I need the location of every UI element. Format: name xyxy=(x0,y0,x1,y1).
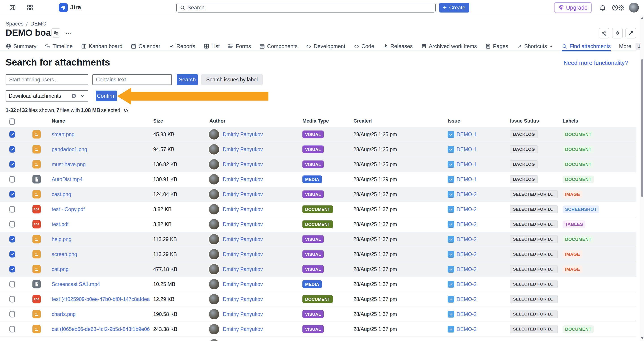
search-button[interactable]: Search xyxy=(177,74,198,85)
row-checkbox[interactable] xyxy=(10,296,15,303)
row-checkbox[interactable] xyxy=(10,191,15,198)
issue-link[interactable]: DEMO-1 xyxy=(456,131,476,137)
notifications-bell-icon[interactable] xyxy=(599,4,606,11)
author-link[interactable]: Dmitriy Panyukov xyxy=(223,266,263,272)
col-header-issue-status[interactable]: Issue Status xyxy=(510,118,539,124)
page-scrollbar[interactable] xyxy=(640,15,644,341)
row-checkbox[interactable] xyxy=(10,161,15,168)
tab-forms[interactable]: Forms xyxy=(228,41,251,51)
issue-link[interactable]: DEMO-2 xyxy=(456,311,476,317)
breadcrumb-spaces-link[interactable]: Spaces xyxy=(6,20,24,27)
issue-link[interactable]: DEMO-2 xyxy=(456,251,476,257)
col-header-author[interactable]: Author xyxy=(209,118,226,124)
upgrade-button[interactable]: Upgrade xyxy=(554,2,592,13)
author-link[interactable]: Dmitriy Panyukov xyxy=(223,191,263,197)
row-checkbox[interactable] xyxy=(10,251,15,258)
author-link[interactable]: Dmitriy Panyukov xyxy=(223,176,263,182)
file-name-link[interactable]: smart.png xyxy=(52,131,74,137)
tab-list[interactable]: List xyxy=(204,41,220,51)
tab-components[interactable]: Components xyxy=(259,41,298,51)
row-checkbox[interactable] xyxy=(10,176,15,183)
file-name-link[interactable]: cat (f065eb66-de63-4cf2-9b5d-843f1b9e06.… xyxy=(52,326,150,332)
author-link[interactable]: Dmitriy Panyukov xyxy=(223,146,263,152)
select-all-checkbox[interactable] xyxy=(10,118,15,125)
row-checkbox[interactable] xyxy=(10,266,15,273)
file-name-link[interactable]: cat.png xyxy=(52,266,68,272)
tab-reports[interactable]: Reports xyxy=(169,41,195,51)
tab-find-attachments[interactable]: Find attachments xyxy=(562,41,611,51)
issue-link[interactable]: DEMO-2 xyxy=(456,206,476,212)
issue-link[interactable]: DEMO-2 xyxy=(456,326,476,332)
file-name-link[interactable]: cast.png xyxy=(52,191,71,197)
share-button[interactable] xyxy=(598,28,609,38)
col-header-created[interactable]: Created xyxy=(354,118,372,124)
author-link[interactable]: Dmitriy Panyukov xyxy=(223,206,263,212)
users-filter-input[interactable] xyxy=(6,74,88,85)
file-name-link[interactable]: screen.png xyxy=(52,251,77,257)
settings-gear-icon[interactable] xyxy=(618,4,625,11)
tab-development[interactable]: Development xyxy=(306,41,345,51)
author-link[interactable]: Dmitriy Panyukov xyxy=(223,296,263,302)
author-link[interactable]: Dmitriy Panyukov xyxy=(223,221,263,227)
author-link[interactable]: Dmitriy Panyukov xyxy=(223,311,263,317)
col-header-name[interactable]: Name xyxy=(52,118,65,124)
issue-link[interactable]: DEMO-1 xyxy=(456,161,476,167)
file-name-link[interactable]: pandadoc1.png xyxy=(52,146,87,152)
tab-timeline[interactable]: Timeline xyxy=(45,41,73,51)
scrollbar-down-arrow[interactable] xyxy=(641,337,644,339)
breadcrumb-project-link[interactable]: DEMO xyxy=(30,20,46,27)
scrollbar-up-arrow[interactable] xyxy=(641,17,644,19)
issue-link[interactable]: DEMO-1 xyxy=(456,176,476,182)
tab-summary[interactable]: Summary xyxy=(6,41,36,51)
author-link[interactable]: Dmitriy Panyukov xyxy=(223,131,263,137)
issue-link[interactable]: DEMO-2 xyxy=(456,266,476,272)
board-more-actions-button[interactable]: ⋯ xyxy=(65,29,72,37)
file-name-link[interactable]: charts.png xyxy=(52,311,76,317)
tab-releases[interactable]: Releases xyxy=(382,41,413,51)
issue-link[interactable]: DEMO-2 xyxy=(456,281,476,287)
confirm-button[interactable]: Confirm xyxy=(96,91,117,101)
issue-link[interactable]: DEMO-2 xyxy=(456,221,476,227)
clear-selection-icon[interactable] xyxy=(71,93,77,99)
file-name-link[interactable]: test (4f025909-b0ee-47b0-bf0f-147c8afdea… xyxy=(52,296,150,302)
tab-more[interactable]: More1 xyxy=(619,41,643,51)
contains-text-input[interactable] xyxy=(92,74,172,85)
author-link[interactable]: Dmitriy Panyukov xyxy=(223,281,263,287)
global-search-input[interactable] xyxy=(188,4,432,11)
create-button[interactable]: Create xyxy=(439,3,469,12)
automation-button[interactable] xyxy=(612,28,623,38)
tab-kanban-board[interactable]: Kanban board xyxy=(81,41,122,51)
sidebar-collapse-icon[interactable] xyxy=(9,4,16,11)
col-header-size[interactable]: Size xyxy=(153,118,163,124)
scrollbar-thumb[interactable] xyxy=(641,59,643,197)
issue-link[interactable]: DEMO-2 xyxy=(456,191,476,197)
col-header-labels[interactable]: Labels xyxy=(562,118,578,124)
file-name-link[interactable]: test - Copy.pdf xyxy=(52,206,85,212)
file-name-link[interactable]: test.pdf xyxy=(52,221,68,227)
tab-calendar[interactable]: Calendar xyxy=(131,41,160,51)
refresh-icon[interactable] xyxy=(123,108,129,113)
file-name-link[interactable]: AutoDist.mp4 xyxy=(52,176,82,182)
row-checkbox[interactable] xyxy=(10,221,15,228)
app-switcher-icon[interactable] xyxy=(26,4,34,11)
author-link[interactable]: Dmitriy Panyukov xyxy=(223,161,263,167)
issue-link[interactable]: DEMO-2 xyxy=(456,236,476,242)
issue-link[interactable]: DEMO-2 xyxy=(456,296,476,302)
tab-code[interactable]: Code xyxy=(354,41,374,51)
tab-pages[interactable]: Pages xyxy=(485,41,508,51)
author-link[interactable]: Dmitriy Panyukov xyxy=(223,326,263,332)
author-link[interactable]: Dmitriy Panyukov xyxy=(223,251,263,257)
tab-shortcuts[interactable]: Shortcuts xyxy=(516,41,554,51)
author-link[interactable]: Dmitriy Panyukov xyxy=(223,236,263,242)
need-more-functionality-link[interactable]: Need more functionality? xyxy=(564,59,628,66)
row-checkbox[interactable] xyxy=(10,236,15,243)
row-checkbox[interactable] xyxy=(10,146,15,153)
row-checkbox[interactable] xyxy=(10,281,15,288)
issue-link[interactable]: DEMO-1 xyxy=(456,146,476,152)
row-checkbox[interactable] xyxy=(10,311,15,318)
col-header-media-type[interactable]: Media Type xyxy=(302,118,329,124)
file-name-link[interactable]: help.png xyxy=(52,236,71,242)
search-issues-by-label-button[interactable]: Search issues by label xyxy=(201,74,262,85)
col-header-issue[interactable]: Issue xyxy=(448,118,460,124)
board-members-button[interactable] xyxy=(52,28,60,37)
